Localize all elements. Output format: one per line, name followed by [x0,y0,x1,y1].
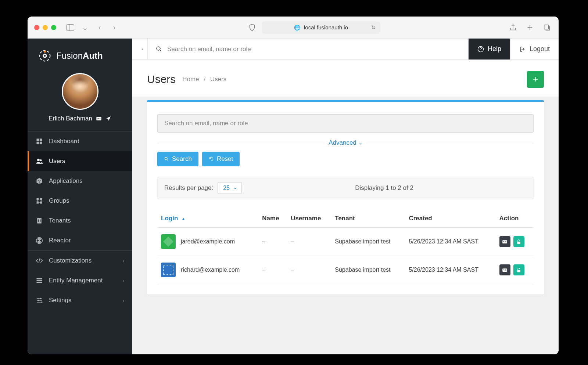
col-name[interactable]: Name [258,210,287,228]
chevron-left-icon: ‹ [123,258,124,264]
id-card-icon[interactable] [96,116,102,122]
sidebar-item-label: Settings [49,297,71,304]
results-per-page-select[interactable]: 25 [218,182,242,194]
brand-logo: FusionAuth [28,39,132,69]
svg-rect-24 [38,221,39,222]
main-content: Help Logout Users Home / Users [132,39,559,354]
breadcrumb-home[interactable]: Home [182,76,199,83]
avatar[interactable] [62,73,98,110]
sidebar-item-entity-management[interactable]: Entity Management ‹ [28,271,132,290]
cell-tenant: Supabase import test [331,228,405,256]
add-user-button[interactable] [527,71,544,88]
manage-user-button[interactable] [499,236,510,247]
window-minimize-button[interactable] [43,25,48,30]
svg-rect-25 [40,221,41,222]
cell-login[interactable]: jared@example.com [181,238,235,245]
col-tenant[interactable]: Tenant [331,210,405,228]
window-zoom-button[interactable] [51,25,56,30]
col-login[interactable]: Login ▲ [157,210,258,228]
sidebar-item-reactor[interactable]: Reactor [28,231,132,250]
sidebar-item-label: Groups [49,197,69,205]
cell-tenant: Supabase import test [331,256,405,284]
topbar-search-input[interactable] [167,46,460,53]
unlock-user-button[interactable] [513,236,524,247]
cell-created: 5/26/2023 12:34 AM SAST [405,256,495,284]
svg-rect-17 [37,202,39,204]
svg-rect-20 [38,219,39,220]
sidebar-item-label: Tenants [49,217,71,224]
logout-label: Logout [530,45,550,53]
sidebar-item-dashboard[interactable]: Dashboard [28,131,132,151]
shield-icon[interactable] [247,22,257,33]
advanced-toggle[interactable]: Advanced⌄ [326,139,365,147]
sidebar-item-settings[interactable]: Settings ‹ [28,290,132,310]
reload-icon[interactable]: ↻ [371,24,376,31]
svg-point-4 [44,55,46,57]
svg-rect-30 [37,282,42,283]
svg-rect-22 [38,220,39,221]
sidebar-item-tenants[interactable]: Tenants [28,211,132,231]
svg-point-34 [157,47,160,50]
window-close-button[interactable] [34,25,39,30]
svg-rect-9 [37,139,39,141]
building-icon [36,217,43,224]
topbar: Help Logout [132,39,559,60]
search-button[interactable]: Search [157,152,198,166]
unlock-user-button[interactable] [513,264,524,275]
new-tab-icon[interactable] [525,22,535,33]
help-icon [477,46,484,53]
browser-dropdown[interactable]: ⌄ [80,22,90,33]
search-icon [164,156,169,162]
sidebar-item-users[interactable]: Users [28,151,132,171]
address-text: local.fusionauth.io [304,24,348,30]
brand-name: FusionAuth [56,51,103,61]
id-card-icon [502,267,508,273]
cell-created: 5/26/2023 12:34 AM SAST [405,228,495,256]
breadcrumb: Home / Users [182,76,226,83]
chevron-down-icon: ⌄ [359,140,362,145]
svg-rect-19 [37,218,42,224]
svg-point-31 [40,298,41,299]
browser-back-button[interactable]: ‹ [94,22,105,33]
traffic-lights [34,25,56,30]
panel-search-input[interactable] [157,114,534,133]
browser-sidebar-toggle[interactable] [65,22,75,33]
svg-rect-10 [40,139,42,141]
undo-icon [209,156,214,162]
svg-rect-28 [37,278,42,279]
svg-point-13 [37,159,40,161]
dashboard-icon [36,138,43,145]
server-icon [36,277,43,284]
tabs-overview-icon[interactable] [542,22,552,33]
location-arrow-icon[interactable] [105,116,111,122]
breadcrumb-current: Users [210,76,226,83]
svg-rect-41 [517,241,520,243]
profile-block: Erlich Bachman [28,69,132,131]
cell-name: – [258,228,287,256]
share-icon[interactable] [508,22,518,33]
svg-rect-16 [40,198,42,200]
svg-rect-44 [505,269,506,270]
reset-button[interactable]: Reset [202,152,240,166]
profile-name: Erlich Bachman [49,115,111,122]
sidebar-item-groups[interactable]: Groups [28,191,132,211]
help-button[interactable]: Help [468,39,510,59]
search-icon [156,46,162,52]
sidebar-item-customizations[interactable]: Customizations ‹ [28,251,132,271]
svg-rect-40 [505,242,506,242]
table-row: richard@example.com – – Supabase import … [157,256,534,284]
browser-forward-button[interactable]: › [109,22,119,33]
col-created[interactable]: Created [405,210,495,228]
cell-login[interactable]: richard@example.com [181,267,240,273]
id-card-icon [502,239,508,245]
address-bar[interactable]: 🌐 local.fusionauth.io ↻ [262,21,380,34]
collapse-sidebar-button[interactable] [132,39,148,59]
svg-rect-18 [40,202,42,204]
col-username[interactable]: Username [287,210,331,228]
manage-user-button[interactable] [499,264,510,275]
sidebar-item-applications[interactable]: Applications [28,171,132,191]
help-label: Help [488,45,501,53]
browser-chrome: ⌄ ‹ › 🌐 local.fusionauth.io ↻ [28,17,559,39]
logout-button[interactable]: Logout [510,39,559,59]
users-icon [36,158,43,165]
